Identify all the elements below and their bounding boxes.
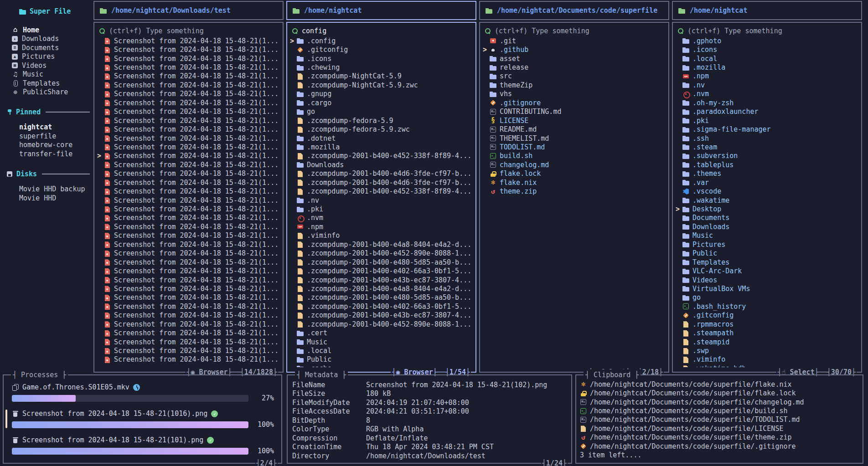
file-row[interactable]: .cert	[290, 328, 473, 337]
file-row[interactable]: flake.lock	[483, 169, 666, 178]
file-row[interactable]: .gnupg	[290, 90, 473, 98]
file-row[interactable]: build.sh	[483, 152, 666, 160]
file-row[interactable]: Screenshot from 2024-04-18 15-48-21(1...	[97, 178, 280, 187]
file-row[interactable]: §LICENSE	[483, 116, 666, 125]
file-list[interactable]: .gphoto.icons.local.mozilla.npm.nv.nvm.o…	[676, 36, 858, 367]
file-row[interactable]: Screenshot from 2024-04-18 15-48-21(1...	[97, 311, 280, 320]
file-row[interactable]: >Screenshot from 2024-04-18 15-48-21(1..…	[97, 152, 280, 160]
file-row[interactable]: Screenshot from 2024-04-18 15-48-21(1...	[97, 108, 280, 116]
file-row[interactable]: .npm	[676, 72, 858, 81]
file-row[interactable]: Screenshot from 2024-04-18 15-48-21(1...	[97, 258, 280, 266]
file-row[interactable]: Downloads	[290, 160, 473, 169]
file-row[interactable]: .zcompdump-2001-b400-e43b-ec87-3807-4...	[290, 311, 473, 320]
process-item[interactable]: Screenshot from 2024-04-18 15-48-21(101)…	[12, 435, 274, 455]
disk-item[interactable]: Movie HHD backup	[19, 185, 90, 194]
file-row[interactable]: Screenshot from 2024-04-18 15-48-21(1...	[97, 196, 280, 205]
file-row[interactable]: .themes	[676, 169, 858, 178]
file-row[interactable]: .ssh	[676, 134, 858, 143]
file-row[interactable]: .tableplus	[676, 160, 858, 169]
file-row[interactable]: Public	[290, 355, 473, 364]
file-row[interactable]: .rpmmacros	[676, 320, 858, 328]
file-row[interactable]: TODOLIST.md	[483, 143, 666, 151]
file-row[interactable]: Screenshot from 2024-04-18 15-48-21(1...	[97, 302, 280, 311]
file-row[interactable]: THEMELIST.md	[483, 134, 666, 143]
file-row[interactable]: .npm	[290, 222, 473, 231]
file-row[interactable]: src	[483, 72, 666, 81]
file-row[interactable]: go	[676, 293, 858, 302]
file-row[interactable]: .zcompdump-2001-b400-e4a8-8404-e4a2-d...	[290, 240, 473, 249]
file-row[interactable]: Screenshot from 2024-04-18 15-48-21(1...	[97, 143, 280, 151]
file-row[interactable]: Screenshot from 2024-04-18 15-48-21(1...	[97, 276, 280, 284]
file-row[interactable]: CONTRIBUTING.md	[483, 108, 666, 116]
file-row[interactable]: Screenshot from 2024-04-18 15-48-21(1...	[97, 98, 280, 107]
sidebar-item-pictures[interactable]: ▲Pictures	[12, 52, 90, 61]
file-row[interactable]: Screenshot from 2024-04-18 15-48-21(1...	[97, 54, 280, 63]
file-row[interactable]: .nv	[290, 196, 473, 205]
file-row[interactable]: Screenshot from 2024-04-18 15-48-21(1...	[97, 205, 280, 213]
file-list[interactable]: .git>.githubassetreleasesrcthemeZipvhs.g…	[483, 36, 666, 367]
file-row[interactable]: .local	[290, 346, 473, 355]
file-row[interactable]: release	[483, 63, 666, 72]
file-row[interactable]: Screenshot from 2024-04-18 15-48-21(1...	[97, 134, 280, 143]
file-row[interactable]: VLC-Arc-Dark	[676, 266, 858, 275]
file-row[interactable]: Screenshot from 2024-04-18 15-48-21(1...	[97, 72, 280, 81]
file-row[interactable]: .sigma-file-manager	[676, 125, 858, 133]
file-row[interactable]: .zcompdump-2001-b400-e43b-ec87-3807-4...	[290, 276, 473, 284]
file-row[interactable]: .zcompdump-2001-b400-e480-5d85-aa50-b...	[290, 293, 473, 302]
file-row[interactable]: Screenshot from 2024-04-18 15-48-21(1...	[97, 338, 280, 346]
file-row[interactable]: Screenshot from 2024-04-18 15-48-21(1...	[97, 249, 280, 258]
file-row[interactable]: Screenshot from 2024-04-18 15-48-21(1...	[97, 320, 280, 328]
file-row[interactable]: themeZip	[483, 81, 666, 89]
file-row[interactable]: Screenshot from 2024-04-18 15-48-21(1...	[97, 160, 280, 169]
file-row[interactable]: Downloads	[676, 222, 858, 231]
disk-item[interactable]: Movie HHD	[19, 194, 90, 203]
file-row[interactable]: .nv	[676, 81, 858, 89]
file-row[interactable]: Templates	[676, 258, 858, 266]
file-row[interactable]: .gitconfig	[290, 45, 473, 54]
file-row[interactable]: .bash_history	[676, 302, 858, 311]
search-input[interactable]: (ctrl+f) Type something	[99, 26, 280, 36]
file-row[interactable]: >.config	[290, 36, 473, 45]
file-row[interactable]: .gitignore	[483, 98, 666, 107]
sidebar-item-videos[interactable]: ▦Videos	[12, 61, 90, 70]
file-row[interactable]: .zcompdump-2001-b400-e452-890e-8088-1...	[290, 249, 473, 258]
file-row[interactable]: ✻flake.nix	[483, 178, 666, 187]
file-list[interactable]: Screenshot from 2024-04-18 15-48-21(1...…	[97, 36, 280, 367]
pinned-item-transfer-file[interactable]: transfer-file	[19, 150, 90, 159]
file-row[interactable]: Screenshot from 2024-04-18 15-48-21(1...	[97, 169, 280, 178]
pinned-item-homebrew-core[interactable]: homebrew-core	[19, 141, 90, 150]
file-row[interactable]: Documents	[676, 214, 858, 222]
file-row[interactable]: Screenshot from 2024-04-18 15-48-21(1...	[97, 63, 280, 72]
file-row[interactable]: VirtualBox VMs	[676, 284, 858, 293]
sidebar-item-templates[interactable]: Templates	[12, 79, 90, 88]
file-row[interactable]: .oh-my-zsh	[676, 98, 858, 107]
pinned-item-nightcat[interactable]: nightcat	[19, 123, 90, 132]
file-row[interactable]: .zcompdump-2001-b400-e452-890e-8088-1...	[290, 320, 473, 328]
file-row[interactable]: Screenshot from 2024-04-18 15-48-21(1...	[97, 125, 280, 133]
file-row[interactable]: Screenshot from 2024-04-18 15-48-21(1...	[97, 284, 280, 293]
file-row[interactable]: Screenshot from 2024-04-18 15-48-21(1...	[97, 231, 280, 240]
file-list[interactable]: >.config.gitconfig.icons.chewing.zcompdu…	[290, 36, 473, 367]
search-input[interactable]: (ctrl+f) Type something	[677, 26, 858, 36]
file-row[interactable]: .paradoxlauncher	[676, 108, 858, 116]
file-row[interactable]: .subversion	[676, 152, 858, 160]
search-input[interactable]: config	[292, 26, 473, 36]
file-row[interactable]: .chewing	[290, 63, 473, 72]
file-row[interactable]: .zcompdump-2001-b400-e452-338f-8f89-4...	[290, 152, 473, 160]
file-row[interactable]: .mozilla	[290, 143, 473, 151]
file-row[interactable]: .zcompdump-2001-b400-e4d6-3fde-cf97-b...	[290, 178, 473, 187]
file-row[interactable]: .zcompdump-2001-b400-e402-66a3-0bf1-5...	[290, 266, 473, 275]
file-row[interactable]: Screenshot from 2024-04-18 15-48-21(1...	[97, 346, 280, 355]
file-row[interactable]: Public	[676, 249, 858, 258]
file-row[interactable]: .zcompdump-NightCat-5.9.zwc	[290, 81, 473, 89]
file-row[interactable]: asset	[483, 54, 666, 63]
file-row[interactable]: Screenshot from 2024-04-18 15-48-21(1...	[97, 81, 280, 89]
file-row[interactable]: .nvm	[676, 90, 858, 98]
file-row[interactable]: .zcompdump-2001-b400-e4d6-3fde-cf97-b...	[290, 169, 473, 178]
sidebar-item-documents[interactable]: ≡Documents	[12, 43, 90, 52]
file-row[interactable]: .steam	[676, 143, 858, 151]
file-row[interactable]: .gitconfig	[676, 311, 858, 320]
file-row[interactable]: .pki	[676, 116, 858, 125]
file-row[interactable]: Videos	[676, 276, 858, 284]
file-row[interactable]: .cargo	[290, 98, 473, 107]
